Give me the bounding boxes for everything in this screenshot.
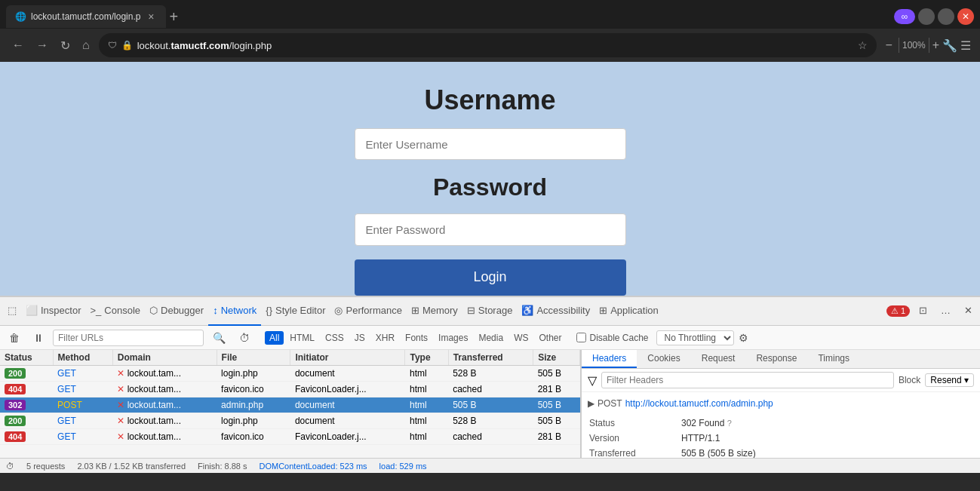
password-input[interactable]: [355, 213, 626, 245]
filter-other[interactable]: Other: [534, 331, 566, 345]
close-devtools-button[interactable]: ✕: [960, 297, 977, 326]
username-heading: Username: [424, 84, 555, 116]
tab-title: lockout.tamuctf.com/login.p: [31, 11, 140, 22]
cell-status: 200: [0, 413, 53, 429]
url-arrow[interactable]: ▶: [588, 398, 594, 409]
network-table: Status Method Domain File Initiator Type…: [0, 350, 580, 445]
reload-button[interactable]: ↻: [57, 35, 73, 56]
cell-domain: ✕ lockout.tam...: [112, 382, 217, 397]
table-row[interactable]: 404 GET ✕ lockout.tam... favicon.ico Fav…: [0, 382, 580, 397]
tab-network[interactable]: ↕ Network: [208, 297, 261, 326]
new-tab-button[interactable]: +: [169, 8, 178, 26]
cell-file: login.php: [217, 366, 290, 382]
tab-timings[interactable]: Timings: [807, 350, 860, 368]
help-icon[interactable]: ?: [727, 419, 732, 428]
menu-button[interactable]: ☰: [960, 38, 971, 53]
cell-size: 281 B: [533, 382, 580, 397]
table-row[interactable]: 200 GET ✕ lockout.tam... login.php docum…: [0, 366, 580, 382]
tab-storage[interactable]: ⊟ Storage: [462, 297, 518, 326]
min-button[interactable]: [918, 8, 935, 25]
cell-method: POST: [53, 397, 112, 413]
cell-size: 505 B: [533, 413, 580, 429]
network-settings-button[interactable]: ⚙: [739, 332, 748, 344]
username-input[interactable]: [355, 128, 626, 160]
cell-method: GET: [53, 366, 112, 382]
throttle-selector[interactable]: No Throttling: [656, 330, 734, 345]
filter-urls-input[interactable]: [53, 330, 204, 346]
detail-row: Status 302 Found ?: [589, 416, 972, 430]
nav-tools: − 100% + 🔧 ☰: [883, 35, 971, 55]
tab-inspector[interactable]: ⬜ Inspector: [21, 297, 85, 326]
tab-performance[interactable]: ◎ Performance: [330, 297, 406, 326]
table-row[interactable]: 200 GET ✕ lockout.tam... login.php docum…: [0, 413, 580, 429]
filter-js[interactable]: JS: [350, 331, 370, 345]
tab-style-editor[interactable]: {} Style Editor: [261, 297, 330, 326]
pick-element-button[interactable]: ⬚: [3, 297, 21, 326]
filter-ws[interactable]: WS: [509, 331, 533, 345]
network-table-container: Status Method Domain File Initiator Type…: [0, 350, 980, 458]
tab-request[interactable]: Request: [691, 350, 746, 368]
inspector-icon: ⬜: [26, 305, 38, 316]
pause-network-button[interactable]: ⏸: [29, 330, 48, 345]
requests-count: 5 requests: [26, 462, 65, 471]
back-button[interactable]: ←: [9, 35, 27, 55]
bookmark-button[interactable]: ☆: [858, 39, 868, 51]
headers-panel: Headers Cookies Request Response Timings…: [580, 350, 980, 458]
cell-initiator: document: [290, 366, 405, 382]
error-badge: ⚠ 1: [886, 305, 910, 317]
extension-icon[interactable]: ∞: [894, 9, 915, 24]
address-bar[interactable]: 🛡 🔒 lockout.tamuctf.com/login.php ☆: [99, 33, 877, 57]
cell-file: admin.php: [217, 397, 290, 413]
filter-all[interactable]: All: [265, 331, 284, 345]
login-button[interactable]: Login: [355, 259, 626, 296]
zoom-in-button[interactable]: +: [932, 38, 939, 52]
tab-debugger[interactable]: ⬡ Debugger: [145, 297, 208, 326]
zoom-out-button[interactable]: −: [883, 35, 896, 55]
filter-type-buttons: All HTML CSS JS XHR Fonts Images Media W…: [265, 331, 566, 345]
tab-headers[interactable]: Headers: [582, 350, 637, 368]
devtools-toolbar: ⬚ ⬜ Inspector >_ Console ⬡ Debugger ↕ Ne…: [0, 297, 980, 326]
home-button[interactable]: ⌂: [79, 35, 93, 55]
filter-css[interactable]: CSS: [321, 331, 349, 345]
filter-headers-input[interactable]: [601, 372, 894, 388]
status-bar: ⏱ 5 requests 2.03 KB / 1.52 KB transferr…: [0, 458, 980, 473]
tab-response[interactable]: Response: [745, 350, 807, 368]
timer-network-button[interactable]: ⏱: [235, 330, 254, 345]
settings-button[interactable]: 🔧: [942, 38, 957, 53]
filter-fonts[interactable]: Fonts: [401, 331, 432, 345]
resend-button[interactable]: Resend ▾: [925, 373, 974, 387]
col-type: Type: [405, 350, 448, 366]
search-network-button[interactable]: 🔍: [208, 330, 230, 345]
tab-close-button[interactable]: ×: [145, 11, 157, 23]
filter-html[interactable]: HTML: [285, 331, 319, 345]
load-time[interactable]: load: 529 ms: [379, 462, 427, 471]
cell-method: GET: [53, 382, 112, 397]
filter-media[interactable]: Media: [474, 331, 508, 345]
col-domain: Domain: [112, 350, 217, 366]
cell-size: 505 B: [533, 397, 580, 413]
active-tab[interactable]: 🌐 lockout.tamuctf.com/login.p ×: [6, 5, 166, 28]
tab-cookies[interactable]: Cookies: [637, 350, 690, 368]
forward-button[interactable]: →: [33, 35, 51, 55]
cell-status: 200: [0, 366, 53, 382]
max-button[interactable]: [938, 8, 954, 25]
filter-xhr[interactable]: XHR: [371, 331, 399, 345]
dom-content-loaded[interactable]: DOMContentLoaded: 523 ms: [260, 462, 367, 471]
tab-application[interactable]: ⊞ Application: [594, 297, 663, 326]
zoom-level: 100%: [899, 38, 929, 53]
table-row[interactable]: 302 POST ✕ lockout.tam... admin.php docu…: [0, 397, 580, 413]
responsive-button[interactable]: ⊡: [914, 297, 932, 326]
more-button[interactable]: …: [936, 297, 955, 326]
col-transferred: Transferred: [448, 350, 533, 366]
clear-network-button[interactable]: 🗑: [5, 330, 24, 345]
accessibility-icon: ♿: [521, 305, 533, 316]
table-row[interactable]: 404 GET ✕ lockout.tam... favicon.ico Fav…: [0, 429, 580, 445]
page-content: Username Password Login: [0, 62, 980, 296]
tab-memory[interactable]: ⊞ Memory: [407, 297, 462, 326]
close-button[interactable]: ✕: [957, 8, 974, 25]
disable-cache-checkbox[interactable]: Disable Cache: [576, 333, 648, 343]
filter-icon: ▽: [588, 373, 597, 388]
tab-console[interactable]: >_ Console: [85, 297, 145, 326]
tab-accessibility[interactable]: ♿ Accessibility: [517, 297, 594, 326]
filter-images[interactable]: Images: [434, 331, 472, 345]
